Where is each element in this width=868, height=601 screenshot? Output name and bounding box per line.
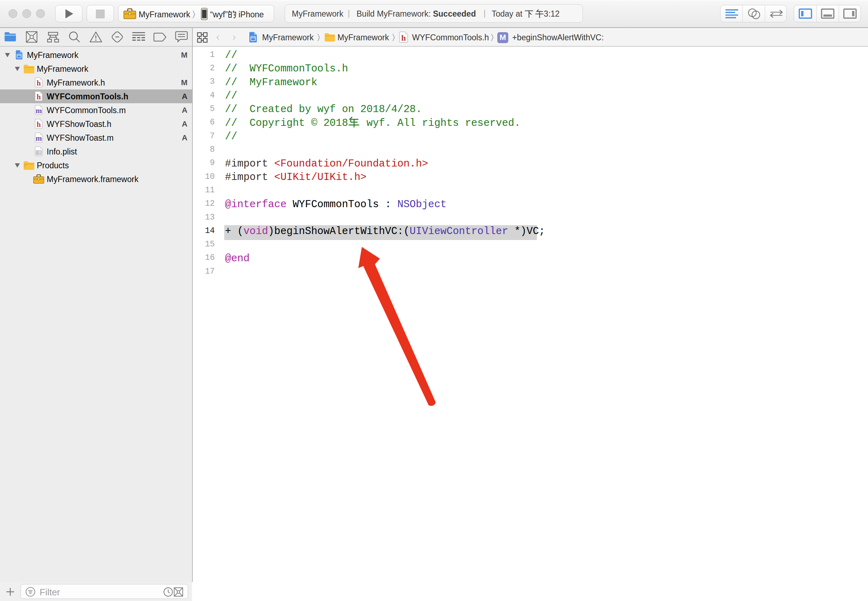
svg-text:h: h [401, 33, 406, 43]
